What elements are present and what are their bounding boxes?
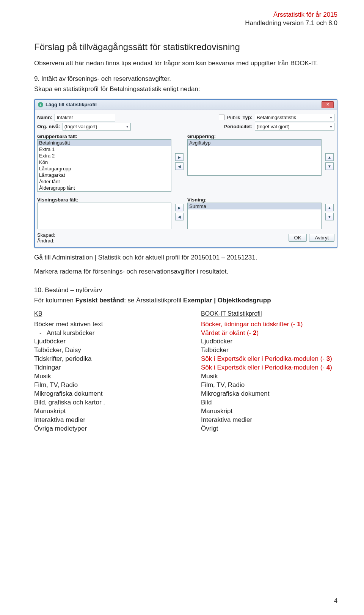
list-item: Interaktiva medier <box>201 416 337 425</box>
header-line1: Årsstatistik för år 2015 <box>245 11 337 19</box>
andrad-label: Ändrad: <box>37 238 55 244</box>
typ-combo[interactable]: Betalningsstatistik <box>255 114 334 121</box>
page-number: 4 <box>334 598 337 604</box>
dialog-titlebar: + Lägg till statistikprofil ✕ <box>35 100 337 110</box>
move-up-button[interactable]: ▲ <box>325 153 334 161</box>
namn-input[interactable]: Intäkter <box>55 114 115 121</box>
list-item: Film, TV, Radio <box>34 381 171 390</box>
list-item: Film, TV, Radio <box>201 381 337 390</box>
publik-label: Publik <box>227 115 240 120</box>
publik-checkbox[interactable] <box>219 115 224 120</box>
page-title: Förslag på tillvägagångssätt för statist… <box>34 42 337 52</box>
move-right-button[interactable]: ▶ <box>175 153 184 161</box>
section-9-sub: Skapa en statistikprofil för Betalningss… <box>34 85 337 94</box>
list-item: Böcker med skriven text <box>34 320 171 329</box>
grupperbara-listbox[interactable]: BetalningssättExtra 1Extra 2KönLåntagarg… <box>37 139 171 192</box>
list-item: Antal kursböcker <box>34 329 171 338</box>
section-10-title: 10. Bestånd – nyförvärv <box>34 286 337 295</box>
list-item[interactable]: Åldersgrupp lånt <box>38 185 171 191</box>
list-item[interactable]: Låntagarkat <box>38 172 171 178</box>
add-icon: + <box>38 102 43 107</box>
list-item: Tidningar <box>34 363 171 372</box>
list-item: Övrigt <box>201 425 337 433</box>
list-item: Manuskript <box>34 407 171 416</box>
periodicitet-combo[interactable]: (Inget val gjort) <box>255 123 334 131</box>
list-item: Övriga medietyper <box>34 425 171 433</box>
typ-label: Typ: <box>243 115 253 120</box>
list-item: Interaktiva medier <box>34 416 171 425</box>
visningsbara-label: Visningsbara fält: <box>37 197 171 203</box>
move-down-button[interactable]: ▼ <box>325 162 334 170</box>
list-item: Tidskrifter, periodika <box>34 355 171 363</box>
move-left-button[interactable]: ◀ <box>175 162 184 170</box>
page-header: Årsstatistik för år 2015 Handledning ver… <box>245 11 337 27</box>
visning-listbox[interactable]: Summa <box>187 203 322 229</box>
list-item: Mikrografiska dokument <box>201 390 337 398</box>
kb-bookit-columns: KB Böcker med skriven textAntal kursböck… <box>34 310 337 433</box>
gruppering-label: Gruppering: <box>187 134 322 139</box>
list-item[interactable]: Extra 1 <box>38 146 171 153</box>
list-item: Sök i Expertsök eller i Periodika-module… <box>201 355 337 363</box>
list-item: Musik <box>201 372 337 381</box>
bookit-column-header: BOOK-IT Statistikprofil <box>201 310 337 317</box>
list-item: Värdet är okänt (- 2) <box>201 329 337 338</box>
orgniva-combo[interactable]: (Inget val gjort) <box>63 123 131 131</box>
list-item: Talböcker <box>201 346 337 355</box>
ok-button[interactable]: OK <box>289 234 307 242</box>
section-9-title: 9. Intäkt av försenings- och reservation… <box>34 75 337 83</box>
list-item[interactable]: Summa <box>188 203 321 209</box>
orgniva-label: Org. nivå: <box>37 124 60 129</box>
after-dialog-p1: Gå till Administration | Statistik och k… <box>34 253 337 262</box>
list-item: Böcker, tidningar och tidskrifter (- 1) <box>201 320 337 329</box>
avbryt-button[interactable]: Avbryt <box>309 234 334 242</box>
gruppering-listbox[interactable]: Avgiftstyp <box>187 139 322 176</box>
move-right-button-2[interactable]: ▶ <box>175 204 184 211</box>
move-left-button-2[interactable]: ◀ <box>175 213 184 220</box>
list-item: Manuskript <box>201 407 337 416</box>
intro-paragraph: Observera att här nedan finns tips endas… <box>34 59 337 68</box>
list-item[interactable]: Kön <box>38 159 171 165</box>
statistikprofil-dialog: + Lägg till statistikprofil ✕ Namn: Intä… <box>34 99 337 248</box>
move-up-button-2[interactable]: ▲ <box>325 204 334 211</box>
list-item[interactable]: Låntagargrupp <box>38 165 171 172</box>
section-10-sub: För kolumnen Fysiskt bestånd: se Årsstat… <box>34 296 337 305</box>
grupperbara-label: Grupperbara fält: <box>37 134 171 139</box>
list-item: Musik <box>34 372 171 381</box>
after-dialog-p2: Markera raderna för försenings- och rese… <box>34 267 337 276</box>
list-item[interactable]: Ålder lånt <box>38 178 171 185</box>
list-item: Ljudböcker <box>201 337 337 346</box>
list-item[interactable]: Betalningssätt <box>38 140 171 146</box>
list-item: Ljudböcker <box>34 337 171 346</box>
move-down-button-2[interactable]: ▼ <box>325 213 334 220</box>
list-item: Talböcker, Daisy <box>34 346 171 355</box>
list-item: Mikrografiska dokument <box>34 390 171 398</box>
list-item[interactable]: Avgiftstyp <box>188 140 321 146</box>
visningsbara-listbox[interactable] <box>37 203 171 229</box>
visning-label: Visning: <box>187 197 322 203</box>
namn-label: Namn: <box>37 115 52 120</box>
skapad-label: Skapad: <box>37 232 55 238</box>
periodicitet-label: Periodicitet: <box>224 124 253 129</box>
list-item: Bild <box>201 398 337 407</box>
kb-column-header: KB <box>34 310 171 317</box>
dialog-title-text: Lägg till statistikprofil <box>46 102 97 107</box>
list-item: Sök i Expertsök eller i Periodika-module… <box>201 363 337 372</box>
list-item: Bild, grafiska och kartor . <box>34 398 171 407</box>
list-item[interactable]: Extra 2 <box>38 153 171 159</box>
close-icon[interactable]: ✕ <box>322 101 334 108</box>
header-line2: Handledning version 7.1 och 8.0 <box>245 19 337 27</box>
